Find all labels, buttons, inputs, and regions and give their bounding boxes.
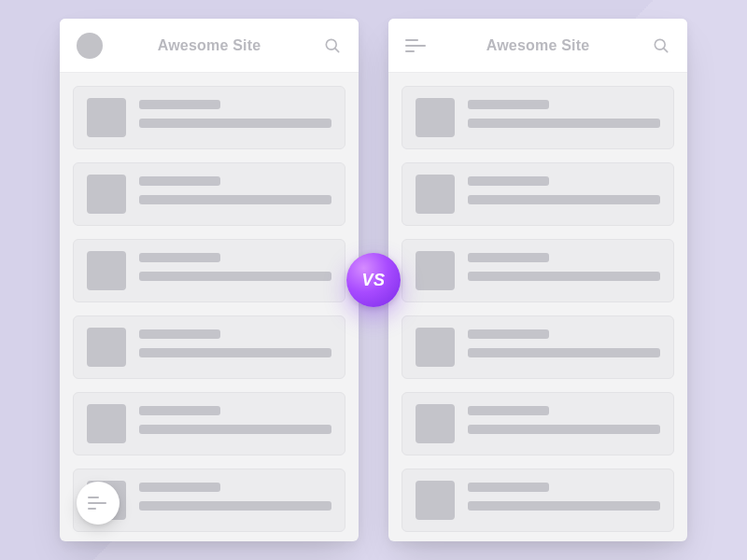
vs-label: VS [361,271,385,290]
thumbnail [416,98,455,137]
thumbnail [87,328,126,367]
content-list [60,73,359,541]
item-text [139,481,331,511]
topbar: Awesome Site [60,19,359,73]
list-item[interactable] [402,162,674,226]
skeleton-body [468,272,660,281]
svg-line-3 [664,48,668,51]
item-text [139,328,331,357]
avatar[interactable] [77,33,103,59]
mockup-left: Awesome Site [60,19,359,541]
item-text [139,175,331,204]
thumbnail [87,98,126,137]
search-icon[interactable] [323,36,342,55]
skeleton-title [468,253,549,262]
site-title: Awesome Site [437,37,639,54]
thumbnail [416,175,455,214]
topbar: Awesome Site [388,19,687,73]
list-item[interactable] [73,239,345,302]
list-item[interactable] [73,86,345,149]
item-text [468,328,660,357]
list-item[interactable] [73,392,345,455]
thumbnail [416,404,455,443]
item-text [468,98,660,128]
list-item[interactable] [73,162,345,226]
vs-badge: VS [346,253,401,307]
skeleton-body [468,425,660,434]
item-text [468,251,660,281]
skeleton-title [139,176,220,186]
item-text [468,481,660,511]
list-item[interactable] [73,315,345,379]
skeleton-title [139,253,220,262]
skeleton-body [139,119,331,128]
search-icon[interactable] [652,36,670,55]
thumbnail [416,328,455,367]
skeleton-body [139,425,331,434]
item-text [139,98,331,128]
skeleton-title [468,483,549,492]
thumbnail [416,251,455,290]
skeleton-title [139,100,220,109]
svg-line-1 [335,48,339,51]
thumbnail [87,175,126,214]
item-text [139,251,331,281]
thumbnail [87,404,126,443]
list-item[interactable] [402,239,674,302]
skeleton-body [139,501,331,511]
skeleton-title [139,483,220,492]
site-title: Awesome Site [108,37,310,54]
list-item[interactable] [402,86,674,149]
item-text [139,404,331,434]
topbar-left [405,39,437,52]
menu-icon[interactable] [405,39,426,52]
skeleton-body [139,348,331,357]
menu-fab[interactable] [77,482,120,525]
thumbnail [416,481,455,520]
skeleton-body [468,119,660,128]
skeleton-body [468,501,660,511]
skeleton-body [468,348,660,357]
skeleton-title [468,406,549,415]
menu-icon [88,497,108,510]
content-list [388,73,687,541]
thumbnail [87,251,126,290]
topbar-right [639,36,670,55]
item-text [468,404,660,434]
skeleton-body [139,195,331,204]
skeleton-title [468,100,549,109]
skeleton-title [139,329,220,339]
list-item[interactable] [402,392,674,455]
item-text [468,175,660,204]
skeleton-body [468,195,660,204]
list-item[interactable] [402,315,674,379]
skeleton-title [468,329,549,339]
skeleton-title [468,176,549,186]
skeleton-body [139,272,331,281]
topbar-left [77,33,108,59]
mockup-right: Awesome Site [388,19,687,541]
list-item[interactable] [402,469,674,532]
topbar-right [310,36,342,55]
skeleton-title [139,406,220,415]
